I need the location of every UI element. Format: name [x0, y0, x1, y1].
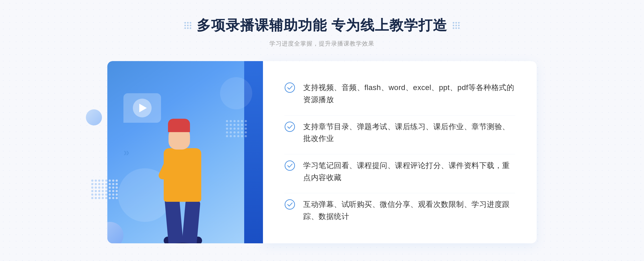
feature-item-4: 互动弹幕、试听购买、微信分享、观看次数限制、学习进度跟踪、数据统计 [284, 193, 515, 228]
svg-point-0 [285, 83, 295, 92]
content-area: » [107, 61, 537, 243]
main-title: 多项录播课辅助功能 专为线上教学打造 [197, 16, 447, 35]
feature-item-3: 学习笔记回看、课程提问、课程评论打分、课件资料下载，重点内容收藏 [284, 154, 515, 189]
check-icon-3 [284, 160, 295, 171]
page-container: 多项录播课辅助功能 专为线上教学打造 学习进度全掌握，提升录播课教学效果 » [0, 0, 644, 261]
svg-point-2 [285, 161, 295, 170]
leg-left [164, 195, 183, 243]
feature-item-2: 支持章节目录、弹题考试、课后练习、课后作业、章节测验、批改作业 [284, 115, 515, 150]
deco-circle-bottom [107, 222, 123, 243]
left-chevron-icon: » [123, 146, 129, 158]
right-decorative-dots [453, 22, 460, 29]
figure-illustration [134, 104, 236, 243]
svg-point-1 [285, 122, 295, 132]
check-icon-1 [284, 82, 295, 93]
illustration-panel [107, 61, 263, 243]
feature-text-4: 互动弹幕、试听购买、微信分享、观看次数限制、学习进度跟踪、数据统计 [303, 199, 515, 223]
left-decorative-dots [184, 22, 191, 29]
hair [168, 119, 190, 132]
feature-text-2: 支持章节目录、弹题考试、课后练习、课后作业、章节测验、批改作业 [303, 121, 515, 145]
title-row: 多项录播课辅助功能 专为线上教学打造 [184, 16, 460, 35]
subtitle: 学习进度全掌握，提升录播课教学效果 [184, 40, 460, 48]
check-icon-4 [284, 199, 295, 210]
content-panel: 支持视频、音频、flash、word、excel、ppt、pdf等各种格式的资源… [263, 61, 537, 243]
stripe-decoration [91, 180, 118, 200]
feature-item-1: 支持视频、音频、flash、word、excel、ppt、pdf等各种格式的资源… [284, 76, 515, 111]
feature-text-3: 学习笔记回看、课程提问、课程评论打分、课件资料下载，重点内容收藏 [303, 160, 515, 184]
header-section: 多项录播课辅助功能 专为线上教学打造 学习进度全掌握，提升录播课教学效果 [184, 16, 460, 48]
deco-circle-top [86, 109, 102, 125]
svg-point-3 [285, 200, 295, 209]
feature-text-1: 支持视频、音频、flash、word、excel、ppt、pdf等各种格式的资源… [303, 82, 515, 106]
check-icon-2 [284, 121, 295, 132]
